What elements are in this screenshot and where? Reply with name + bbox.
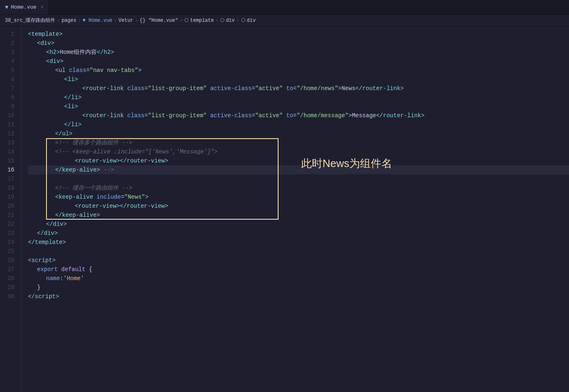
tab-close-button[interactable]: × bbox=[41, 5, 44, 10]
line-num-26: 26 bbox=[0, 256, 21, 265]
line-num-27: 27 bbox=[0, 265, 21, 274]
breadcrumb-sep-6: › bbox=[216, 18, 218, 23]
code-line-10: <router-link class="list-group-item" act… bbox=[28, 111, 569, 120]
breadcrumb-template: ⬡ bbox=[184, 17, 188, 23]
line-num-29: 29 bbox=[0, 283, 21, 292]
breadcrumb-vetur: Vetur bbox=[118, 18, 133, 23]
line-num-30: 30 bbox=[0, 292, 21, 301]
breadcrumb-div-icon-1: ⬡ bbox=[220, 17, 224, 23]
line-num-6: 6 bbox=[0, 75, 21, 84]
code-line-18: <!-- 缓存一个路由组件 --> bbox=[28, 183, 569, 193]
line-num-21: 21 bbox=[0, 211, 21, 220]
line-num-1: 1 bbox=[0, 30, 21, 39]
breadcrumb-sep-7: › bbox=[237, 18, 239, 23]
breadcrumb-sep-5: › bbox=[180, 18, 183, 23]
code-line-26: <script> bbox=[28, 256, 569, 265]
line-num-9: 9 bbox=[0, 102, 21, 111]
code-line-7: <router-link class="list-group-item" act… bbox=[28, 84, 569, 93]
breadcrumb-sep-2: › bbox=[78, 18, 81, 23]
line-num-20: 20 bbox=[0, 202, 21, 211]
line-num-10: 10 bbox=[0, 111, 21, 120]
line-num-24: 24 bbox=[0, 238, 21, 247]
line-num-11: 11 bbox=[0, 120, 21, 129]
code-line-20: <router-view></router-view> bbox=[28, 202, 569, 211]
line-num-4: 4 bbox=[0, 57, 21, 66]
code-line-29: } bbox=[28, 283, 569, 292]
breadcrumb-home-vue-2: {} "Home.vue" bbox=[139, 18, 178, 23]
code-content[interactable]: 此时News为组件名 <template> <div> <h2>Home组件内容… bbox=[21, 26, 569, 392]
code-line-1: <template> bbox=[28, 30, 569, 39]
code-line-12: </ul> bbox=[28, 129, 569, 138]
line-num-12: 12 bbox=[0, 129, 21, 138]
code-editor: 1 2 3 4 5 6 7 8 9 10 11 12 13 14 15 16 1… bbox=[0, 26, 569, 392]
code-line-28: name:'Home' bbox=[28, 274, 569, 283]
code-line-2: <div> bbox=[28, 39, 569, 48]
code-line-30: </script> bbox=[28, 292, 569, 301]
breadcrumb-sep-3: › bbox=[114, 18, 117, 23]
line-num-25: 25 bbox=[0, 247, 21, 256]
line-num-19: 19 bbox=[0, 193, 21, 202]
code-line-19: <keep-alive include="News"> bbox=[28, 193, 569, 202]
line-num-14: 14 bbox=[0, 147, 21, 156]
code-line-17 bbox=[28, 174, 569, 183]
code-line-21: </keep-alive> bbox=[28, 211, 569, 220]
line-num-18: 18 bbox=[0, 183, 21, 193]
code-line-23: </div> bbox=[28, 229, 569, 238]
line-num-2: 2 bbox=[0, 39, 21, 48]
breadcrumb-div-icon-2: ⬡ bbox=[241, 17, 245, 23]
code-line-15: <router-view></router-view> bbox=[28, 156, 569, 165]
code-line-11: </li> bbox=[28, 120, 569, 129]
code-line-25 bbox=[28, 247, 569, 256]
breadcrumb-template-label: template bbox=[190, 18, 214, 23]
breadcrumb: 38_src_缓存路由组件 › pages › ▼ Home.vue › Vet… bbox=[0, 15, 569, 26]
code-line-5: <ul class="nav nav-tabs"> bbox=[28, 66, 569, 75]
line-num-5: 5 bbox=[0, 66, 21, 75]
line-num-13: 13 bbox=[0, 138, 21, 147]
tab-label: Home.vue bbox=[11, 4, 36, 10]
code-line-27: export default { bbox=[28, 265, 569, 274]
line-num-23: 23 bbox=[0, 229, 21, 238]
vue-icon: ▼ bbox=[5, 4, 8, 11]
breadcrumb-home-vue: ▼ Home.vue bbox=[83, 18, 112, 23]
line-num-3: 3 bbox=[0, 48, 21, 57]
home-vue-tab[interactable]: ▼ Home.vue × bbox=[0, 0, 49, 14]
breadcrumb-div-2: div bbox=[247, 18, 256, 23]
code-line-14: <!-- <keep-alive :include="['News','Mess… bbox=[28, 147, 569, 156]
breadcrumb-sep-4: › bbox=[135, 18, 138, 23]
line-num-8: 8 bbox=[0, 93, 21, 102]
code-line-13: <!-- 缓存多个路由组件 --> bbox=[28, 138, 569, 147]
breadcrumb-div-1: div bbox=[226, 18, 235, 23]
line-num-16: 16 bbox=[0, 165, 21, 174]
code-line-9: <li> bbox=[28, 102, 569, 111]
code-line-4: <div> bbox=[28, 57, 569, 66]
line-num-28: 28 bbox=[0, 274, 21, 283]
code-line-8: </li> bbox=[28, 93, 569, 102]
breadcrumb-root: 38_src_缓存路由组件 bbox=[5, 17, 55, 24]
breadcrumb-sep-1: › bbox=[57, 18, 60, 23]
breadcrumb-pages: pages bbox=[62, 18, 77, 23]
line-numbers: 1 2 3 4 5 6 7 8 9 10 11 12 13 14 15 16 1… bbox=[0, 26, 21, 392]
code-line-24: </template> bbox=[28, 238, 569, 247]
code-line-6: <li> bbox=[28, 75, 569, 84]
line-num-7: 7 bbox=[0, 84, 21, 93]
code-line-22: </div> bbox=[28, 220, 569, 229]
line-num-15: 15 bbox=[0, 156, 21, 165]
code-line-16: </keep-alive> --> bbox=[28, 165, 569, 174]
line-num-17: 17 bbox=[0, 174, 21, 183]
line-num-22: 22 bbox=[0, 220, 21, 229]
code-line-3: <h2>Home组件内容</h2> bbox=[28, 48, 569, 57]
tab-bar: ▼ Home.vue × bbox=[0, 0, 569, 15]
